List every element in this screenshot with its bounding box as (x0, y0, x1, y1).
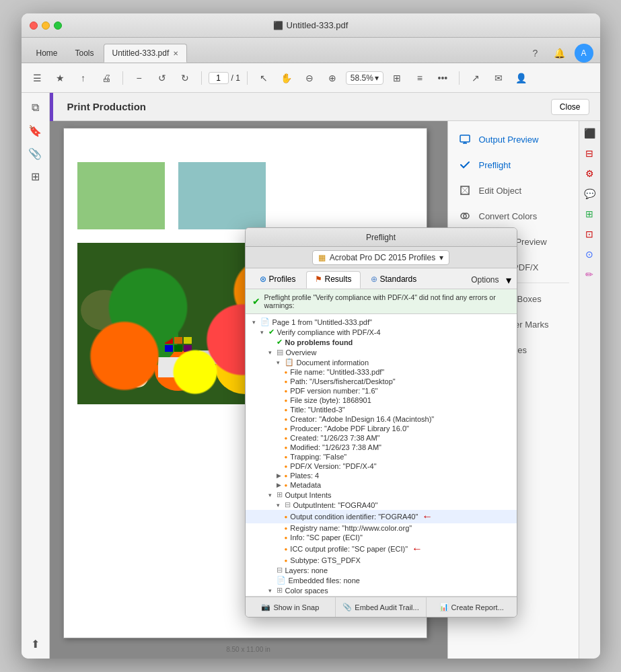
preflight-status-bar: ✔ Preflight profile "Verify compliance w… (246, 289, 517, 314)
bookmark-button[interactable]: ★ (51, 69, 70, 87)
left-sidebar: ⧉ 🔖 📎 ⊞ ⬆ (22, 93, 50, 659)
dot-icon-12: ● (285, 473, 288, 479)
check-icon: ✔ (277, 338, 283, 346)
tool-edit-object[interactable]: Edit Object (448, 178, 579, 203)
strip-icon-8[interactable]: ✏ (581, 266, 597, 283)
swatch-teal (178, 162, 266, 229)
tree-row-metadata: ▶ ● Metadata (246, 480, 517, 490)
user-avatar[interactable]: A (575, 44, 593, 63)
sidebar-attachments-icon[interactable]: 📎 (26, 144, 44, 163)
tab-close-button[interactable]: ✕ (173, 50, 178, 57)
expand-output-intents-icon[interactable]: ▾ (268, 492, 275, 498)
account-button[interactable]: 👤 (512, 69, 531, 87)
svg-rect-8 (198, 350, 239, 364)
strip-icon-7[interactable]: ⊙ (581, 246, 597, 262)
tree-row-created: ● Created: "1/26/23 7:38 AM" (246, 433, 517, 443)
strip-icon-4[interactable]: 💬 (581, 186, 597, 202)
tree-row-no-problems: ✔ No problems found (246, 337, 517, 347)
close-window-button[interactable] (30, 22, 38, 30)
dot-icon-9: ● (285, 445, 288, 451)
share-button[interactable]: ↗ (466, 69, 485, 87)
embed-audit-trail-button[interactable]: 📎 Embed Audit Trail... (336, 597, 427, 617)
fit-page-button[interactable]: ⊞ (388, 69, 406, 87)
preflight-dropdown-bar: ▦ Acrobat Pro DC 2015 Profiles ▾ (246, 247, 517, 268)
panel-title: Print Production (67, 101, 551, 112)
minimize-window-button[interactable] (42, 22, 50, 30)
report-icon: 📊 (439, 603, 449, 611)
zoom-out-button[interactable]: − (130, 69, 149, 87)
strip-icon-3[interactable]: ⚙ (581, 165, 597, 182)
expand-docinfo-icon[interactable]: ▾ (277, 359, 283, 366)
svg-point-2 (155, 350, 202, 391)
expand-output-intent-icon[interactable]: ▾ (277, 502, 283, 509)
embedded-icon: 📄 (277, 576, 286, 585)
separator-1 (122, 71, 123, 85)
dot-icon-15: ● (285, 525, 288, 531)
sidebar-pages-icon[interactable]: ⧉ (26, 98, 44, 117)
maximize-window-button[interactable] (54, 22, 62, 30)
tab-tools[interactable]: Tools (67, 44, 102, 63)
traffic-lights[interactable] (30, 22, 62, 30)
print-button[interactable]: 🖨 (97, 69, 116, 87)
expand-profile-icon[interactable]: ▾ (260, 329, 267, 336)
tool-preflight[interactable]: Preflight (448, 152, 579, 178)
strip-icon-1[interactable]: ⬛ (581, 125, 597, 141)
panel-header: Print Production Close (50, 93, 600, 121)
zoom-minus-button[interactable]: ⊖ (300, 69, 319, 87)
preflight-options-button[interactable]: Options (466, 272, 504, 287)
dot-icon-18: ● (285, 558, 288, 564)
tree-row-registry: ● Registry name: "http://www.color.org" (246, 523, 517, 533)
svg-point-16 (81, 290, 128, 330)
tab-document[interactable]: Untitled-333.pdf ✕ (104, 44, 188, 63)
dot-icon-11: ● (285, 463, 288, 470)
preflight-profile-dropdown[interactable]: ▦ Acrobat Pro DC 2015 Profiles ▾ (312, 250, 449, 265)
tree-row-producer: ● Producer: "Adobe PDF Library 16.0" (246, 424, 517, 433)
upload-button[interactable]: ↑ (74, 69, 93, 87)
hand-tool-button[interactable]: ✋ (277, 69, 296, 87)
convert-colors-icon (458, 209, 472, 223)
expand-page-icon[interactable]: ▾ (252, 319, 259, 326)
more-tools-button[interactable]: ••• (433, 69, 452, 87)
preflight-title-bar: Preflight (246, 228, 517, 247)
tool-convert-colors[interactable]: Convert Colors (448, 203, 579, 229)
sidebar-layers-icon[interactable]: ⊞ (26, 167, 44, 186)
svg-rect-18 (460, 135, 470, 142)
svg-point-1 (91, 340, 145, 387)
notifications-button[interactable]: 🔔 (550, 44, 569, 63)
scroll-mode-button[interactable]: ≡ (410, 69, 429, 87)
show-in-snap-button[interactable]: 📷 Show in Snap (246, 597, 336, 617)
expand-overview-icon[interactable]: ▾ (268, 349, 275, 356)
tool-output-preview[interactable]: Output Preview (448, 126, 579, 152)
panel-close-button[interactable]: Close (551, 99, 589, 115)
separator-3 (247, 71, 248, 85)
strip-icon-2[interactable]: ⊟ (581, 145, 597, 161)
svg-rect-13 (174, 345, 182, 352)
zoom-dropdown[interactable]: 58.5% ▾ (346, 71, 383, 85)
strip-icon-6[interactable]: ⊡ (581, 226, 597, 242)
create-report-button[interactable]: 📊 Create Report... (427, 597, 517, 617)
email-button[interactable]: ✉ (489, 69, 508, 87)
sidebar-bookmarks-icon[interactable]: 🔖 (26, 121, 44, 140)
svg-point-5 (111, 307, 178, 367)
output-preview-icon (458, 132, 472, 147)
help-button[interactable]: ? (526, 44, 545, 63)
expand-metadata-icon[interactable]: ▶ (277, 482, 283, 488)
expand-color-spaces-icon[interactable]: ▾ (268, 587, 275, 594)
strip-icon-5[interactable]: ⊞ (581, 206, 597, 222)
page-number-input[interactable] (209, 72, 229, 84)
tab-standards[interactable]: ⊕ Standards (362, 271, 426, 289)
tab-results[interactable]: ⚑ Results (306, 271, 361, 289)
sidebar-export-icon[interactable]: ⬆ (26, 634, 44, 653)
new-file-button[interactable]: ☰ (28, 69, 47, 87)
content-area: Print Production Close ‹ (50, 93, 600, 659)
preflight-footer: 📷 Show in Snap 📎 Embed Audit Trail... 📊 … (246, 597, 517, 617)
tab-profiles[interactable]: ⊛ Profiles (251, 271, 305, 289)
select-tool-button[interactable]: ↖ (254, 69, 273, 87)
tab-home[interactable]: Home (28, 44, 66, 63)
expand-plates-icon[interactable]: ▶ (277, 472, 283, 479)
zoom-plus-button[interactable]: ⊕ (323, 69, 342, 87)
redo-button[interactable]: ↻ (176, 69, 194, 87)
main-area: ⧉ 🔖 📎 ⊞ ⬆ Print Production Close (22, 93, 600, 659)
undo-button[interactable]: ↺ (153, 69, 172, 87)
overview-icon: ▤ (277, 348, 283, 357)
